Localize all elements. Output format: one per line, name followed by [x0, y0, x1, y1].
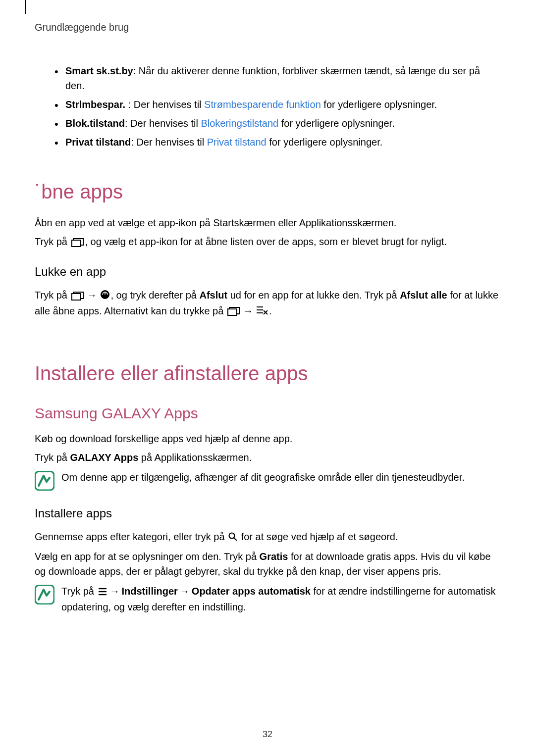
- close-all-icon: [256, 304, 268, 319]
- search-icon: [228, 530, 237, 545]
- bullet-power-saving: Strlmbespar. : Der henvises til Strømbes…: [54, 97, 500, 112]
- install-select: Vælg en app for at se oplysninger om den…: [35, 549, 500, 579]
- bullet-smart-stay: Smart sk.st.by: Når du aktiverer denne f…: [54, 63, 500, 93]
- text: på Applikationsskærmen.: [138, 452, 252, 463]
- bullet-text: for yderligere oplysninger.: [278, 118, 395, 129]
- open-apps-recent: Tryk på , og vælg et app-ikon for at åbn…: [35, 234, 500, 249]
- page-number: 32: [0, 728, 535, 741]
- heading-install-uninstall: Installere eller afinstallere apps: [35, 358, 500, 388]
- open-apps-desc: Åbn en app ved at vælge et app-ikon på S…: [35, 215, 500, 230]
- close-app-desc: Tryk på → , og tryk derefter på Afslut u…: [35, 288, 500, 319]
- bold: Afslut: [199, 290, 227, 301]
- note-auto-update: Tryk på →Indstillinger→Opdater apps auto…: [35, 584, 500, 614]
- text: Tryk på: [35, 452, 70, 463]
- link-power-saving[interactable]: Strømbesparende funktion: [204, 99, 321, 110]
- bullet-text: : Der henvises til: [128, 99, 204, 110]
- bold: Indstillinger: [122, 586, 178, 597]
- heading-galaxy-apps: Samsung GALAXY Apps: [35, 402, 500, 424]
- arrow: →: [243, 303, 253, 318]
- running-header: Grundlæggende brug: [35, 20, 500, 35]
- svg-rect-4: [228, 309, 237, 315]
- bullet-label: Blok.tilstand: [65, 118, 125, 129]
- arrow: →: [110, 584, 120, 599]
- text: Gennemse apps efter kategori, eller tryk…: [35, 531, 227, 542]
- install-browse: Gennemse apps efter kategori, eller tryk…: [35, 529, 500, 545]
- bullet-private-mode: Privat tilstand: Der henvises til Privat…: [54, 135, 500, 150]
- arrow: →: [180, 584, 190, 599]
- svg-rect-1: [72, 294, 81, 300]
- bullet-label: Strlmbespar.: [65, 99, 128, 110]
- svg-rect-13: [35, 585, 54, 604]
- recent-apps-icon: [71, 292, 84, 301]
- text: ud for en app for at lukke den. Tryk på: [227, 290, 400, 301]
- galaxy-open: Tryk på GALAXY Apps på Applikationsskærm…: [35, 450, 500, 465]
- menu-icon: [98, 585, 107, 600]
- text: , og tryk derefter på: [111, 290, 200, 301]
- bold: Afslut alle: [400, 290, 447, 301]
- note-icon: [35, 471, 54, 491]
- bold: GALAXY Apps: [70, 452, 139, 463]
- link-blocking-mode[interactable]: Blokeringstilstand: [201, 118, 278, 129]
- heading-install-apps: Installere apps: [35, 504, 500, 522]
- text: Tryk på: [35, 290, 70, 301]
- recent-apps-icon: [227, 307, 240, 316]
- galaxy-desc: Køb og download forskellige apps ved hjæ…: [35, 431, 500, 446]
- heading-open-apps: ˙bne apps: [35, 177, 500, 206]
- header-rule: [25, 0, 26, 14]
- svg-point-11: [229, 533, 235, 539]
- bullet-blocking-mode: Blok.tilstand: Der henvises til Blokerin…: [54, 116, 500, 131]
- svg-line-12: [234, 538, 237, 541]
- bold: Gratis: [260, 551, 288, 562]
- link-private-mode[interactable]: Privat tilstand: [207, 137, 267, 148]
- feature-bullets: Smart sk.st.by: Når du aktiverer denne f…: [54, 63, 500, 150]
- bullet-label: Smart sk.st.by: [65, 65, 133, 76]
- bold: Opdater apps automatisk: [192, 586, 311, 597]
- text: Tryk på: [35, 236, 70, 247]
- svg-rect-10: [35, 471, 54, 490]
- bullet-text: : Der henvises til: [131, 137, 207, 148]
- bullet-label: Privat tilstand: [65, 137, 131, 148]
- text: Vælg en app for at se oplysninger om den…: [35, 551, 260, 562]
- text: Tryk på: [61, 586, 97, 597]
- bullet-text: : Der henvises til: [125, 118, 201, 129]
- note-icon: [35, 585, 54, 605]
- text: , og vælg et app-ikon for at åbne listen…: [85, 236, 447, 247]
- recent-apps-icon: [71, 238, 84, 247]
- text: for at søge ved hjælp af et søgeord.: [238, 531, 398, 542]
- bullet-text: for yderligere oplysninger.: [321, 99, 437, 110]
- task-manager-icon: [100, 289, 110, 303]
- bullet-text: for yderligere oplysninger.: [267, 137, 383, 148]
- note-text: Om denne app er tilgængelig, afhænger af…: [61, 470, 465, 485]
- arrow: →: [87, 288, 97, 302]
- note-text: Tryk på →Indstillinger→Opdater apps auto…: [61, 584, 500, 614]
- svg-rect-0: [72, 240, 81, 247]
- note-availability: Om denne app er tilgængelig, afhænger af…: [35, 470, 500, 491]
- heading-close-app: Lukke en app: [35, 263, 500, 281]
